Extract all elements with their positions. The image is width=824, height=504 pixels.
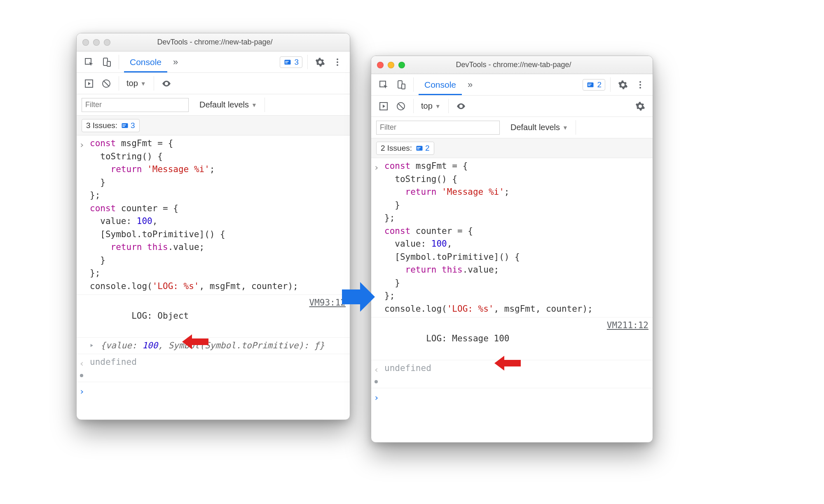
filter-input[interactable] xyxy=(376,121,500,135)
separator xyxy=(154,76,154,91)
object-preview[interactable]: {value: 100, Symbol(Symbol.toPrimitive):… xyxy=(101,339,346,352)
console-output[interactable]: const msgFmt = { toString() { return 'Me… xyxy=(77,135,350,420)
window-title: DevTools - chrome://new-tab-page/ xyxy=(115,38,315,47)
device-toggle-icon[interactable] xyxy=(99,55,114,70)
filter-bar: Default levels ▼ xyxy=(77,94,350,116)
code-block[interactable]: const msgFmt = { toString() { return 'Me… xyxy=(384,160,648,315)
gear-icon[interactable] xyxy=(633,99,648,114)
code-block[interactable]: const msgFmt = { toString() { return 'Me… xyxy=(90,137,346,293)
tab-console[interactable]: Console xyxy=(124,51,167,72)
issues-prefix: 2 Issues: xyxy=(381,144,412,153)
context-dropdown[interactable]: top ▼ xyxy=(124,79,149,88)
return-icon xyxy=(79,356,88,380)
devtools-window-after: DevTools - chrome://new-tab-page/ Consol… xyxy=(371,56,653,443)
separator xyxy=(576,120,576,135)
kebab-icon[interactable] xyxy=(633,77,648,92)
clear-icon[interactable] xyxy=(393,99,408,114)
traffic-zoom[interactable] xyxy=(104,39,110,46)
traffic-close[interactable] xyxy=(377,62,384,68)
chevron-down-icon: ▼ xyxy=(435,103,441,110)
sidebar-toggle-icon[interactable] xyxy=(82,76,96,91)
context-bar: top ▼ xyxy=(77,73,350,94)
context-label: top xyxy=(126,79,138,88)
issues-bar: 2 Issues: 2 xyxy=(371,138,653,158)
console-log-row: LOG: Object VM93:12 xyxy=(77,295,350,338)
issues-count: 2 xyxy=(597,80,602,89)
traffic-minimize[interactable] xyxy=(93,39,100,46)
levels-label: Default levels xyxy=(199,100,249,110)
console-return-row: undefined xyxy=(77,354,350,382)
traffic-lights[interactable] xyxy=(82,39,110,46)
separator xyxy=(119,76,119,91)
filter-input[interactable] xyxy=(82,98,189,112)
console-input-row: const msgFmt = { toString() { return 'Me… xyxy=(371,158,653,317)
levels-dropdown[interactable]: Default levels ▼ xyxy=(508,123,571,132)
return-icon xyxy=(374,362,383,386)
gear-icon[interactable] xyxy=(616,77,630,92)
clear-icon[interactable] xyxy=(99,76,114,91)
gutter xyxy=(79,339,88,340)
kebab-icon[interactable] xyxy=(330,55,345,70)
device-toggle-icon[interactable] xyxy=(393,77,408,92)
traffic-lights[interactable] xyxy=(377,62,405,68)
separator xyxy=(610,77,611,92)
separator xyxy=(413,99,414,113)
console-return-row: undefined xyxy=(371,360,653,388)
gear-icon[interactable] xyxy=(313,55,328,70)
live-expression-eye-icon[interactable] xyxy=(159,76,174,91)
issues-pill[interactable]: 3 Issues: 3 xyxy=(82,119,140,132)
prompt-icon xyxy=(374,390,383,404)
levels-dropdown[interactable]: Default levels ▼ xyxy=(197,100,260,110)
log-source-link[interactable]: VM93:12 xyxy=(309,296,346,310)
prompt-icon xyxy=(79,137,88,152)
log-text: LOG: Message 100 xyxy=(426,334,509,343)
issues-pill-count: 3 xyxy=(131,121,135,130)
traffic-zoom[interactable] xyxy=(398,62,405,68)
log-source-link[interactable]: VM211:12 xyxy=(607,319,648,332)
issues-prefix: 3 Issues: xyxy=(86,121,117,130)
chevron-down-icon: ▼ xyxy=(251,102,257,108)
chevron-down-icon: ▼ xyxy=(140,80,146,87)
inspect-icon[interactable] xyxy=(82,55,96,70)
tabs-overflow-icon[interactable]: » xyxy=(464,79,477,90)
tabbar: Console » 2 xyxy=(371,74,653,96)
console-object-row: {value: 100, Symbol(Symbol.toPrimitive):… xyxy=(77,338,350,355)
log-text: LOG: Object xyxy=(131,311,189,321)
window-title: DevTools - chrome://new-tab-page/ xyxy=(409,61,618,69)
prompt-icon xyxy=(79,384,88,398)
issues-pill[interactable]: 2 Issues: 2 xyxy=(376,142,434,155)
issues-pill-count: 2 xyxy=(425,144,430,153)
live-expression-eye-icon[interactable] xyxy=(454,99,468,114)
separator xyxy=(413,77,414,92)
titlebar[interactable]: DevTools - chrome://new-tab-page/ xyxy=(371,56,653,74)
console-output[interactable]: const msgFmt = { toString() { return 'Me… xyxy=(371,158,653,442)
return-value: undefined xyxy=(90,356,346,369)
tabs-overflow-icon[interactable]: » xyxy=(170,57,182,68)
filter-bar: Default levels ▼ xyxy=(371,117,653,138)
separator xyxy=(265,98,265,112)
separator xyxy=(448,99,449,113)
traffic-close[interactable] xyxy=(82,39,89,46)
expand-icon[interactable] xyxy=(90,339,99,350)
gutter xyxy=(79,296,88,297)
context-label: top xyxy=(421,101,433,111)
inspect-icon[interactable] xyxy=(376,77,391,92)
prompt-icon xyxy=(374,160,383,174)
console-input-row: const msgFmt = { toString() { return 'Me… xyxy=(77,135,350,295)
return-value: undefined xyxy=(384,362,648,375)
console-log-row: LOG: Message 100 VM211:12 xyxy=(371,317,653,360)
issues-badge[interactable]: 3 xyxy=(280,56,302,68)
console-prompt-row[interactable] xyxy=(371,388,653,406)
separator xyxy=(307,55,308,69)
levels-label: Default levels xyxy=(510,123,560,132)
console-prompt-row[interactable] xyxy=(77,382,350,400)
issues-badge[interactable]: 2 xyxy=(583,79,605,91)
context-bar: top ▼ xyxy=(371,96,653,117)
sidebar-toggle-icon[interactable] xyxy=(376,99,391,114)
devtools-window-before: DevTools - chrome://new-tab-page/ Consol… xyxy=(76,33,350,420)
context-dropdown[interactable]: top ▼ xyxy=(419,101,443,111)
tabbar: Console » 3 xyxy=(77,51,350,73)
tab-console[interactable]: Console xyxy=(419,74,462,95)
traffic-minimize[interactable] xyxy=(388,62,394,68)
titlebar[interactable]: DevTools - chrome://new-tab-page/ xyxy=(77,33,350,51)
